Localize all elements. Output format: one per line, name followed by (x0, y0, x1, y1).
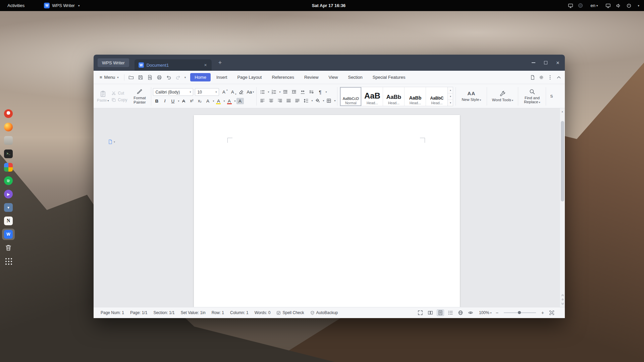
show-marks-caret[interactable]: ▾ (325, 90, 327, 94)
show-marks-button[interactable]: ¶ (316, 88, 324, 96)
dock-item-notion[interactable]: N (2, 215, 15, 227)
change-case-button[interactable]: Aa ▾ (246, 88, 255, 96)
style-heading3[interactable]: AaBb Head... (405, 87, 426, 106)
two-page-view-button[interactable] (427, 309, 434, 316)
styles-more-button[interactable]: ▾ (448, 100, 453, 106)
style-normal[interactable]: AaBbCcD Normal (340, 87, 362, 106)
ribbon-tab-references[interactable]: References (267, 73, 298, 81)
display-icon[interactable] (605, 3, 611, 8)
eye-protection-button[interactable] (467, 309, 474, 316)
maximize-button[interactable] (544, 61, 547, 64)
print-preview-button[interactable] (146, 73, 154, 81)
dock-item-firefox[interactable] (2, 121, 15, 133)
ribbon-tab-page-layout[interactable]: Page Layout (233, 73, 266, 81)
increase-indent-button[interactable] (290, 88, 298, 96)
find-replace-button[interactable]: Find and Replace▾ (520, 85, 544, 107)
dock-item-software[interactable] (2, 162, 15, 173)
styles-scroll-up[interactable]: ▴ (448, 87, 453, 94)
previous-page-button[interactable] (561, 293, 565, 297)
screenshot-indicator-icon[interactable] (568, 3, 573, 8)
power-icon[interactable] (626, 3, 632, 8)
select-browse-object-button[interactable] (562, 299, 564, 300)
underline-caret[interactable]: ▾ (178, 100, 179, 103)
scrollbar-thumb[interactable] (561, 121, 564, 201)
bold-button[interactable]: B (153, 97, 160, 105)
zoom-slider-knob[interactable] (518, 311, 521, 314)
export-doc-icon[interactable] (530, 75, 535, 80)
align-left-button[interactable] (258, 97, 266, 105)
shrink-font-button[interactable]: A ▾ (228, 88, 236, 96)
status-words[interactable]: Words: 0 (252, 310, 274, 315)
zoom-level-select[interactable]: 100% ▾ (479, 310, 492, 315)
cut-button[interactable]: Cut (111, 91, 127, 96)
numbering-button[interactable] (270, 88, 278, 96)
minimize-button[interactable] (532, 62, 535, 63)
align-right-button[interactable] (276, 97, 284, 105)
paste-button[interactable]: Paste▾ (97, 90, 109, 103)
ribbon-tab-section[interactable]: Section (343, 73, 367, 81)
volume-icon[interactable] (616, 3, 621, 8)
justify-button[interactable] (284, 97, 292, 105)
ribbon-tab-home[interactable]: Home (190, 73, 211, 81)
close-tab-icon[interactable]: × (203, 62, 207, 68)
highlight-button[interactable]: A (215, 97, 222, 105)
fullscreen-view-button[interactable] (417, 309, 424, 316)
style-heading2[interactable]: AaBb Head... (383, 87, 405, 106)
system-menu-chevron-icon[interactable]: ▾ (638, 4, 639, 7)
clear-formatting-button[interactable] (237, 88, 245, 96)
text-effects-button[interactable]: A (204, 97, 211, 105)
strikethrough-button[interactable]: A (180, 97, 187, 105)
bullets-caret[interactable]: ▾ (268, 90, 269, 94)
close-window-button[interactable]: × (556, 60, 559, 66)
numbering-caret[interactable]: ▾ (279, 90, 280, 94)
subscript-button[interactable]: x₂ (196, 97, 203, 105)
doc-assistant-button[interactable]: ▾ (108, 139, 115, 144)
collapse-ribbon-icon[interactable] (556, 75, 561, 80)
zoom-in-button[interactable]: + (540, 310, 545, 315)
privacy-indicator-icon[interactable] (578, 3, 583, 8)
dock-item-downloader[interactable]: ▼ (2, 202, 15, 213)
more-options-icon[interactable] (547, 75, 553, 80)
select-button-truncated[interactable]: S (548, 85, 555, 107)
font-name-select[interactable]: Calibri (Body) ▾ (153, 88, 193, 96)
spell-check-toggle[interactable]: Spell Check (273, 310, 307, 315)
line-spacing-button[interactable] (302, 97, 310, 105)
settings-gear-icon[interactable] (539, 75, 544, 80)
main-menu-button[interactable]: ≡ Menu ▾ (97, 73, 121, 81)
copy-button[interactable]: Copy (111, 98, 127, 102)
grow-font-button[interactable]: A ▴ (220, 88, 228, 96)
ribbon-tab-insert[interactable]: Insert (212, 73, 232, 81)
document-tab[interactable]: W Document1 × (135, 59, 212, 71)
document-area[interactable]: ▾ ▴ (94, 108, 565, 307)
dock-item-terminal[interactable]: >_ (2, 148, 15, 160)
sort-button[interactable] (307, 88, 315, 96)
app-tab-wps-writer[interactable]: WPS Writer (98, 58, 129, 67)
dock-item-wps-office[interactable]: W (2, 229, 15, 240)
web-layout-view-button[interactable] (457, 309, 464, 316)
open-button[interactable] (127, 73, 136, 81)
dock-item-text-editor[interactable] (2, 135, 15, 146)
ribbon-tab-special-features[interactable]: Special Features (368, 73, 410, 81)
style-heading1[interactable]: AaB Head... (362, 87, 383, 106)
shading-caret[interactable]: ▾ (323, 99, 324, 102)
borders-caret[interactable]: ▾ (334, 99, 335, 102)
font-color-button[interactable]: A (226, 97, 233, 105)
character-scale-button[interactable] (299, 88, 307, 96)
scroll-up-button[interactable]: ▴ (560, 108, 565, 114)
new-tab-button[interactable]: + (216, 59, 224, 66)
zoom-out-button[interactable]: − (494, 310, 500, 315)
style-heading4[interactable]: AaBbC Head... (426, 87, 447, 106)
dock-item-app-grid[interactable] (2, 255, 15, 267)
outline-view-button[interactable] (447, 309, 454, 316)
next-page-button[interactable] (561, 302, 565, 306)
keyboard-layout-menu[interactable]: en ▾ (588, 2, 600, 9)
shading-button[interactable] (313, 97, 321, 105)
undo-button[interactable] (165, 73, 173, 81)
activities-button[interactable]: Activities (5, 2, 27, 9)
new-style-button[interactable]: AA New Style▾ (458, 85, 485, 107)
autobackup-toggle[interactable]: AutoBackup (307, 310, 341, 315)
fit-page-button[interactable] (548, 309, 555, 316)
zoom-slider[interactable] (504, 312, 536, 313)
text-effects-caret[interactable]: ▾ (213, 100, 214, 103)
ribbon-tab-view[interactable]: View (324, 73, 342, 81)
